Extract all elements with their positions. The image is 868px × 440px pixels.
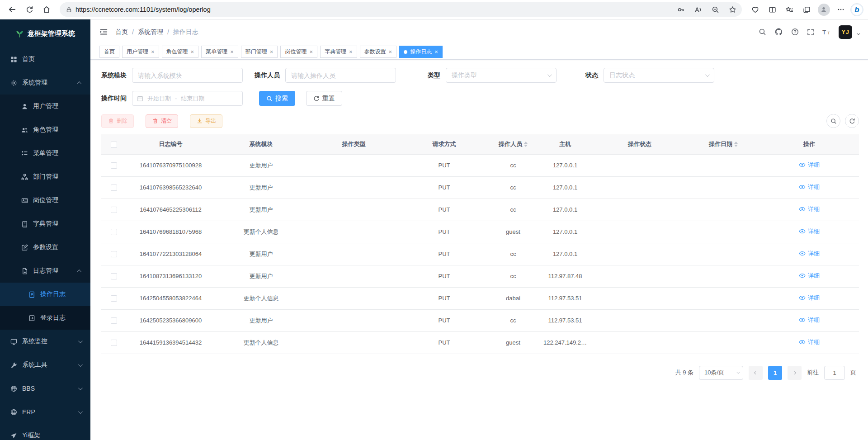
browser-essentials-icon[interactable] [747,2,763,17]
search-icon[interactable] [759,28,766,36]
reset-button[interactable]: 重置 [306,91,342,106]
close-icon[interactable]: × [151,49,155,55]
sidebar-item-operation-log[interactable]: 操作日志 [0,283,90,306]
read-aloud-icon[interactable] [691,4,705,15]
profile-avatar[interactable] [816,2,831,17]
sort-icon[interactable] [734,142,738,147]
toggle-search-button[interactable] [826,114,840,128]
sidebar-item-home[interactable]: 首页 [0,47,90,71]
sort-icon[interactable] [524,142,528,147]
detail-link[interactable]: 详细 [799,272,820,280]
module-filter-input[interactable] [132,68,243,83]
sidebar-item-erp[interactable]: ERP [0,400,90,424]
sidebar-item-menu-management[interactable]: 菜单管理 [0,142,90,165]
close-icon[interactable]: × [349,49,353,55]
sidebar-item-param-settings[interactable]: 参数设置 [0,236,90,259]
row-checkbox[interactable] [111,207,117,213]
detail-link[interactable]: 详细 [799,183,820,191]
browser-home-button[interactable] [39,2,54,17]
close-icon[interactable]: × [191,49,194,55]
user-avatar-logo[interactable]: YJ [839,25,852,39]
search-button[interactable]: 搜索 [259,91,295,106]
detail-link[interactable]: 详细 [799,316,820,324]
tab-param-settings[interactable]: 参数设置× [360,46,397,58]
favorites-icon[interactable] [782,2,797,17]
fullscreen-icon[interactable] [807,28,814,36]
prev-page-button[interactable] [749,366,763,380]
github-icon[interactable] [774,28,783,36]
row-checkbox[interactable] [111,295,117,302]
zoom-out-icon[interactable] [708,4,722,15]
detail-link[interactable]: 详细 [799,294,820,302]
row-checkbox[interactable] [111,185,117,191]
tab-dept-management[interactable]: 部门管理× [241,46,278,58]
breadcrumb-home[interactable]: 首页 [115,28,128,36]
row-checkbox[interactable] [111,317,117,324]
sidebar-item-system-tools[interactable]: 系统工具 [0,353,90,377]
tab-post-management[interactable]: 岗位管理× [280,46,317,58]
close-icon[interactable]: × [270,49,274,55]
tab-menu-management[interactable]: 菜单管理× [201,46,238,58]
row-checkbox[interactable] [111,251,117,257]
font-size-icon[interactable]: TT [822,28,830,36]
goto-page-input[interactable] [824,366,845,380]
refresh-table-button[interactable] [845,114,859,128]
clear-button[interactable]: 清空 [146,114,178,128]
sidebar-item-bbs[interactable]: BBS [0,377,90,400]
close-icon[interactable]: × [230,49,234,55]
password-key-icon[interactable] [674,4,688,15]
tab-user-management[interactable]: 用户管理× [122,46,159,58]
column-header-operator[interactable]: 操作人员 [488,134,538,154]
close-icon[interactable]: × [309,49,313,55]
sidebar-item-post-management[interactable]: 岗位管理 [0,189,90,212]
row-checkbox[interactable] [111,340,117,346]
detail-link[interactable]: 详细 [799,161,820,169]
tab-role-management[interactable]: 角色管理× [162,46,199,58]
row-checkbox[interactable] [111,229,117,235]
close-icon[interactable]: × [389,49,392,55]
split-screen-icon[interactable] [764,2,780,17]
collections-icon[interactable] [799,2,814,17]
favorite-add-star-icon[interactable] [726,4,739,15]
address-bar[interactable]: https://ccnetcore.com:1101/system/log/op… [60,2,742,17]
sidebar-item-role-management[interactable]: 角色管理 [0,118,90,142]
sidebar-item-login-log[interactable]: 登录日志 [0,306,90,330]
select-all-checkbox[interactable] [111,142,117,148]
detail-link[interactable]: 详细 [799,227,820,236]
tab-operation-log[interactable]: 操作日志× [399,46,443,58]
breadcrumb-system-management[interactable]: 系统管理 [138,28,163,36]
chevron-down-icon[interactable] [857,32,860,35]
tab-dict-management[interactable]: 字典管理× [320,46,357,58]
sidebar-item-log-management[interactable]: 日志管理 [0,259,90,283]
date-range-picker[interactable]: 开始日期 - 结束日期 [132,91,243,106]
close-icon[interactable]: × [434,49,438,55]
sidebar-toggle-icon[interactable] [99,28,108,36]
site-security-lock-icon[interactable] [66,7,72,13]
tab-home[interactable]: 首页 [99,46,119,58]
export-button[interactable]: 导出 [190,114,222,128]
detail-link[interactable]: 详细 [799,338,820,346]
settings-menu-icon[interactable] [833,2,849,17]
detail-link[interactable]: 详细 [799,205,820,213]
sidebar-item-yi-framework[interactable]: Yi框架 [0,424,90,440]
type-filter-select[interactable]: 操作类型 [446,68,557,83]
next-page-button[interactable] [788,366,802,380]
page-number-button[interactable]: 1 [768,366,782,380]
browser-back-button[interactable] [5,2,20,17]
delete-button[interactable]: 删除 [101,114,134,128]
status-filter-select[interactable]: 日志状态 [604,68,714,83]
row-checkbox[interactable] [111,162,117,169]
sidebar-item-system-monitor[interactable]: 系统监控 [0,330,90,353]
sidebar-item-system-management[interactable]: 系统管理 [0,71,90,95]
address-url[interactable]: https://ccnetcore.com:1101/system/log/op… [75,6,670,13]
sidebar-item-dict-management[interactable]: 字典管理 [0,212,90,236]
operator-filter-input[interactable] [285,68,396,83]
help-icon[interactable] [791,28,799,36]
sidebar-item-dept-management[interactable]: 部门管理 [0,165,90,189]
column-header-date[interactable]: 操作日期 [687,134,760,154]
page-size-select[interactable]: 10条/页 [699,366,743,380]
row-checkbox[interactable] [111,273,117,279]
detail-link[interactable]: 详细 [799,250,820,258]
browser-refresh-button[interactable] [22,2,37,17]
copilot-bing-icon[interactable]: b [850,3,863,16]
